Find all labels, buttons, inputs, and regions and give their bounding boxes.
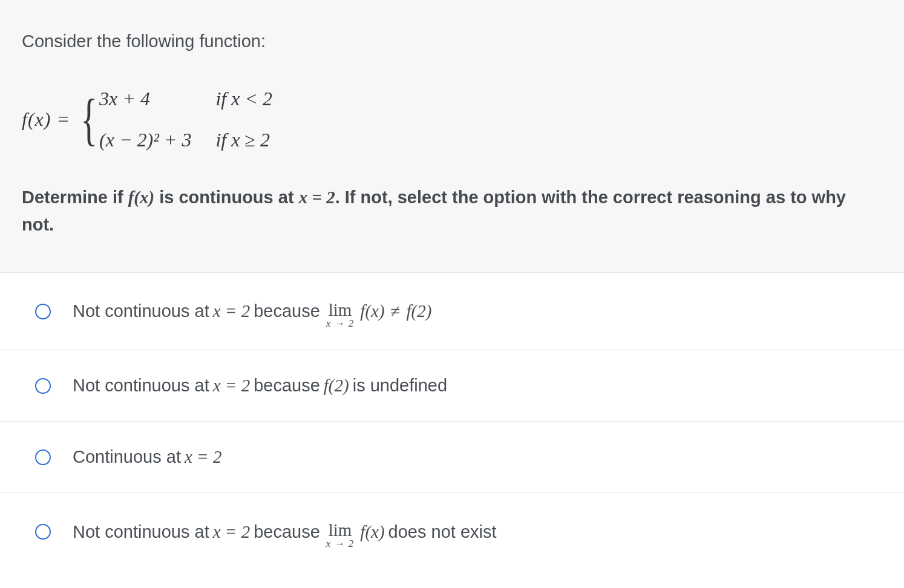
opt-b-xeq: x = 2 <box>213 376 250 396</box>
opt-d-lim: lim x → 2 <box>326 522 355 548</box>
lim-bot: x → 2 <box>326 539 355 548</box>
question-card: Consider the following function: f(x) = … <box>0 0 904 588</box>
fx-label: f(x) = <box>22 105 70 135</box>
question-stem: Consider the following function: f(x) = … <box>0 0 904 272</box>
lim-bot: x → 2 <box>326 319 355 328</box>
opt-d-xeq: x = 2 <box>213 522 250 542</box>
opt-a-pre: Not continuous at <box>73 301 209 321</box>
piecewise-definition: f(x) = { 3x + 4 if x < 2 (x − 2)² + 3 if… <box>22 84 882 155</box>
option-b-text: Not continuous at x = 2 because f(2) is … <box>73 376 447 396</box>
option-c[interactable]: Continuous at x = 2 <box>0 421 904 492</box>
opt-d-pre: Not continuous at <box>73 522 209 542</box>
options-list: Not continuous at x = 2 because lim x → … <box>0 272 904 570</box>
opt-a-xeq: x = 2 <box>213 301 250 321</box>
radio-icon <box>35 304 51 319</box>
opt-b-pre: Not continuous at <box>73 376 209 396</box>
question-prompt: Determine if f(x) is continuous at x = 2… <box>22 184 882 238</box>
option-c-text: Continuous at x = 2 <box>73 447 221 467</box>
opt-b-mid: because <box>254 376 320 396</box>
piece1-expr: 3x + 4 <box>99 84 191 114</box>
prompt-fx: f(x) <box>128 188 154 207</box>
piece-grid: 3x + 4 if x < 2 (x − 2)² + 3 if x ≥ 2 <box>99 84 272 155</box>
prompt-xeq: x = 2 <box>299 188 335 207</box>
prompt-part2: is continuous at <box>154 188 298 207</box>
opt-a-lim: lim x → 2 <box>326 302 355 328</box>
opt-c-xeq: x = 2 <box>185 447 221 467</box>
prompt-part1: Determine if <box>22 188 128 207</box>
option-a[interactable]: Not continuous at x = 2 because lim x → … <box>0 272 904 350</box>
left-brace: { <box>80 96 97 143</box>
lim-top: lim <box>329 302 352 318</box>
radio-icon <box>35 524 51 540</box>
lim-top: lim <box>329 522 352 538</box>
opt-a-mid: because <box>254 301 320 321</box>
piece2-expr: (x − 2)² + 3 <box>99 125 191 155</box>
option-d-text: Not continuous at x = 2 because lim x → … <box>73 518 497 544</box>
piece2-cond: if x ≥ 2 <box>215 125 272 155</box>
opt-c-pre: Continuous at <box>73 447 181 467</box>
option-b[interactable]: Not continuous at x = 2 because f(2) is … <box>0 350 904 421</box>
radio-icon <box>35 449 51 465</box>
opt-a-neq: ≠ <box>391 301 401 321</box>
option-d[interactable]: Not continuous at x = 2 because lim x → … <box>0 492 904 570</box>
opt-d-mid: because <box>254 522 320 542</box>
radio-icon <box>35 378 51 394</box>
opt-d-tail: does not exist <box>388 522 497 542</box>
opt-a-limfx: f(x) <box>360 301 384 321</box>
piece1-cond: if x < 2 <box>215 84 272 114</box>
opt-b-f2: f(2) <box>324 376 349 396</box>
opt-a-f2: f(2) <box>407 301 432 321</box>
opt-b-tail: is undefined <box>353 376 447 396</box>
intro-text: Consider the following function: <box>22 28 882 55</box>
option-a-text: Not continuous at x = 2 because lim x → … <box>73 298 431 324</box>
opt-d-limfx: f(x) <box>360 522 384 542</box>
